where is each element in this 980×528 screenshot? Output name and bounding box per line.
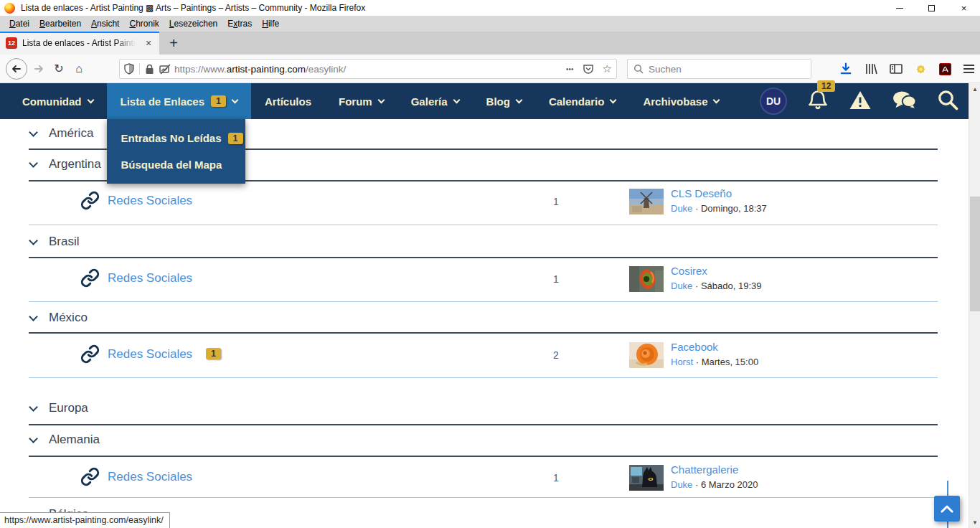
category-europa[interactable]: Europa [29, 401, 88, 415]
menu-lesezeichen[interactable]: Lesezeichen [164, 17, 222, 30]
scrollbar-up-icon[interactable]: ▲ [969, 83, 980, 95]
entry-title[interactable]: Cosirex [671, 265, 762, 277]
back-button[interactable] [6, 58, 27, 80]
menu-ansicht[interactable]: Ansicht [86, 17, 124, 30]
menu-hilfe[interactable]: Hilfe [257, 17, 284, 30]
entry-meta: Duke · Sábado, 19:39 [671, 280, 762, 291]
chevron-down-icon [232, 96, 239, 103]
page-scrollbar[interactable]: ▲ ▼ [969, 83, 980, 528]
menu-bearbeiten[interactable]: Bearbeiten [34, 17, 86, 30]
link-redes-sociales[interactable]: Redes Sociales [108, 194, 192, 208]
tab-lista-de-enlaces[interactable]: 12 Lista de enlaces - Artist Paintin × [0, 32, 159, 55]
url-bar[interactable]: https://www.artist-painting.com/easylink… [119, 59, 617, 79]
nav-item-comunidad[interactable]: Comunidad [9, 83, 107, 119]
minimize-button[interactable] [883, 0, 915, 16]
entry-title[interactable]: Chattergalerie [671, 463, 758, 476]
page-actions-icon[interactable]: ••• [566, 65, 574, 73]
notification-badge: 12 [817, 80, 835, 92]
unread-badge: 1 [206, 348, 221, 359]
nav-item-lista-de-enlaces[interactable]: Lista de Enlaces 1 Entradas No Leídas1 B… [107, 83, 252, 119]
thumbnail-rose[interactable] [629, 342, 664, 368]
minimize-icon [896, 8, 903, 9]
chevron-down-icon [29, 312, 38, 321]
bell-icon [808, 89, 828, 110]
nav-item-articulos[interactable]: Artículos [251, 83, 325, 119]
menu-extras[interactable]: Extras [222, 17, 257, 30]
entry-count: 1 [538, 472, 574, 484]
search-bar[interactable] [627, 59, 811, 79]
menu-hamburger-icon[interactable] [963, 65, 974, 73]
tab-close-icon[interactable]: × [142, 38, 155, 48]
home-button[interactable]: ⌂ [69, 59, 89, 79]
entry-title[interactable]: Facebook [671, 341, 758, 353]
notifications-button[interactable]: 12 [808, 89, 828, 113]
lock-icon[interactable] [145, 64, 154, 75]
search-input[interactable] [649, 64, 792, 75]
menu-datei[interactable]: Datei [4, 17, 34, 30]
bookmark-star-icon[interactable]: ☆ [603, 62, 612, 75]
category-brasil[interactable]: Brasil [29, 235, 80, 249]
chevron-down-icon [377, 96, 385, 103]
acrobat-icon[interactable] [939, 63, 951, 75]
menu-bar: Datei Bearbeiten Ansicht Chronik Lesezei… [0, 16, 980, 32]
url-text[interactable]: https://www.artist-painting.com/easylink… [174, 64, 560, 75]
new-tab-button[interactable]: + [164, 33, 184, 53]
forward-button[interactable] [29, 59, 49, 79]
category-america[interactable]: América [29, 126, 93, 141]
link-redes-sociales[interactable]: Redes Sociales [108, 470, 192, 484]
dropdown-item-busqueda-del-mapa[interactable]: Búsqueda del Mapa [107, 151, 245, 178]
divider [29, 377, 938, 378]
lista-de-enlaces-dropdown: Entradas No Leídas1 Búsqueda del Mapa [107, 119, 245, 184]
permissions-icon[interactable] [159, 64, 171, 75]
author-link[interactable]: Duke [671, 479, 692, 490]
divider [29, 301, 938, 302]
maximize-button[interactable] [915, 0, 948, 16]
nav-item-forum[interactable]: Forum [325, 83, 397, 119]
thumbnail-windmill[interactable] [629, 189, 664, 214]
scrollbar-thumb[interactable] [970, 197, 980, 311]
category-alemania[interactable]: Alemania [29, 433, 100, 447]
downloads-icon[interactable] [839, 62, 852, 75]
author-link[interactable]: Horst [671, 357, 693, 367]
tracking-shield-icon[interactable] [124, 63, 134, 75]
navigation-toolbar: ↻ ⌂ https://www.artist-painting.com/easy… [0, 55, 980, 83]
category-mexico[interactable]: México [29, 311, 88, 325]
entry-meta: Horst · Martes, 15:00 [671, 357, 758, 367]
pocket-icon[interactable] [583, 63, 594, 75]
scrollbar-down-icon[interactable]: ▼ [969, 517, 980, 528]
conversations-button[interactable] [892, 90, 916, 113]
search-icon [937, 89, 958, 110]
entry-title[interactable]: CLS Deseño [671, 187, 767, 199]
thumbnail-tulip[interactable] [629, 266, 664, 292]
link-redes-sociales[interactable]: Redes Sociales [108, 271, 192, 286]
link-redes-sociales[interactable]: Redes Sociales [108, 347, 192, 362]
sidebar-icon[interactable] [890, 63, 903, 75]
scroll-to-top-button[interactable] [934, 496, 960, 522]
forward-arrow-icon [33, 63, 44, 75]
thumbnail-comic[interactable] [629, 465, 664, 491]
urlbar-separator [139, 63, 140, 75]
moderation-button[interactable] [849, 90, 872, 113]
window-titlebar: Lista de enlaces - Artist Painting ▩ Art… [0, 0, 980, 16]
author-link[interactable]: Duke [671, 280, 692, 291]
dropdown-badge: 1 [228, 133, 243, 144]
chat-bubbles-icon [892, 90, 916, 110]
menu-chronik[interactable]: Chronik [124, 17, 164, 30]
divider [29, 225, 938, 225]
library-icon[interactable] [864, 62, 877, 75]
nav-item-blog[interactable]: Blog [473, 83, 535, 119]
firefox-logo-icon [4, 3, 15, 14]
extension-sun-icon[interactable] [915, 63, 927, 75]
user-avatar[interactable]: DU [760, 88, 787, 115]
dropdown-item-entradas-no-leidas[interactable]: Entradas No Leídas1 [107, 125, 245, 151]
category-argentina[interactable]: Argentina [29, 157, 101, 171]
reload-button[interactable]: ↻ [49, 59, 69, 79]
nav-item-calendario[interactable]: Calendario [535, 83, 630, 119]
author-link[interactable]: Duke [671, 203, 692, 214]
warning-icon [849, 90, 872, 110]
close-button[interactable]: × [948, 0, 980, 16]
nav-item-galeria[interactable]: Galería [397, 83, 473, 119]
nav-item-archivobase[interactable]: Archivobase [629, 83, 732, 119]
site-search-button[interactable] [937, 89, 958, 113]
site-favicon: 12 [6, 37, 17, 49]
